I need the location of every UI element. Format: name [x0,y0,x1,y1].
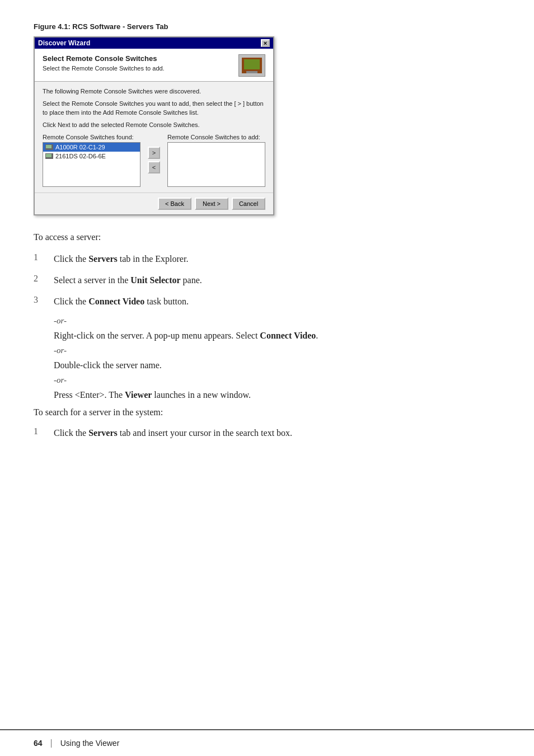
body-line3: Click Next to add the selected Remote Co… [43,121,265,129]
server-icon [45,144,53,150]
dialog-title: Discover Wizard [38,39,90,47]
section2-step-text-1: Click the Servers tab and insert your cu… [54,426,500,440]
back-button[interactable]: < Back [158,198,191,210]
step-number-1: 1 [34,252,54,266]
dialog-footer: < Back Next > Cancel [35,192,273,214]
monitor-icon [242,58,262,73]
section2-intro: To search for a server in the system: [34,407,500,417]
dialog-subtext: Select the Remote Console Switches to ad… [43,65,165,72]
step-number-3: 3 [34,295,54,308]
cancel-button[interactable]: Cancel [232,198,265,210]
list-item[interactable]: 2161DS 02-D6-6E [43,152,140,161]
or-text-1: Right-click on the server. A pop-up menu… [54,329,500,342]
next-button[interactable]: Next > [195,198,228,210]
body-line1: The following Remote Console Switches we… [43,87,265,96]
arrow-right-button[interactable]: > [148,147,160,159]
add-list-col: Remote Console Switches to add: [167,134,265,187]
dialog-icon [238,54,265,77]
found-list-label: Remote Console Switches found: [43,134,140,140]
step-2: 2 Select a server in the Unit Selector p… [34,274,500,287]
dialog-header-text: Select Remote Console Switches Select th… [43,54,165,72]
or-text-2: Double-click the server name. [54,359,500,372]
step-number-2: 2 [34,274,54,287]
step-text-3: Click the Connect Video task button. [54,295,500,308]
dialog-window: Discover Wizard × Select Remote Console … [34,36,274,215]
found-item-0: A1000R 02-C1-29 [55,144,105,151]
list-item[interactable]: A1000R 02-C1-29 [43,143,140,152]
dialog-header: Select Remote Console Switches Select th… [35,49,273,82]
step-text-2: Select a server in the Unit Selector pan… [54,274,500,287]
footer-separator: | [50,738,53,748]
server-icon [45,153,53,159]
page-footer: 64 | Using the Viewer [0,729,534,756]
add-list-label: Remote Console Switches to add: [167,134,265,140]
monitor-base [246,71,257,73]
step-1: 1 Click the Servers tab in the Explorer. [34,252,500,266]
arrow-left-button[interactable]: < [148,161,160,173]
dialog-titlebar: Discover Wizard × [35,37,273,49]
monitor-screen [244,59,260,69]
found-item-1: 2161DS 02-D6-6E [55,153,106,159]
add-listbox[interactable] [167,142,265,187]
steps-list: 1 Click the Servers tab in the Explorer.… [34,252,500,308]
dialog-close-button[interactable]: × [261,39,270,47]
dialog-heading: Select Remote Console Switches [43,54,165,63]
or-label-2: -or- [54,346,500,355]
footer-title: Using the Viewer [60,739,120,748]
arrow-buttons-col: > < [146,134,162,187]
step-3: 3 Click the Connect Video task button. [34,295,500,308]
section2-step-number-1: 1 [34,426,54,440]
or-label-1: -or- [54,316,500,326]
section2-steps-list: 1 Click the Servers tab and insert your … [34,426,500,440]
section2-step-1: 1 Click the Servers tab and insert your … [34,426,500,440]
body-line2: Select the Remote Console Switches you w… [43,100,265,117]
step-text-1: Click the Servers tab in the Explorer. [54,252,500,266]
or-blocks: -or- Right-click on the server. A pop-up… [54,316,500,402]
or-label-3: -or- [54,375,500,385]
found-listbox[interactable]: A1000R 02-C1-29 2161DS 02-D6-6E [43,142,140,187]
footer-page-number: 64 [34,739,43,748]
found-list-col: Remote Console Switches found: A1000R 02… [43,134,140,187]
or-text-3: Press <Enter>. The Viewer launches in a … [54,388,500,402]
figure-caption: Figure 4.1: RCS Software - Servers Tab [34,22,500,31]
intro-text: To access a server: [34,232,500,242]
dialog-body: The following Remote Console Switches we… [35,82,273,192]
